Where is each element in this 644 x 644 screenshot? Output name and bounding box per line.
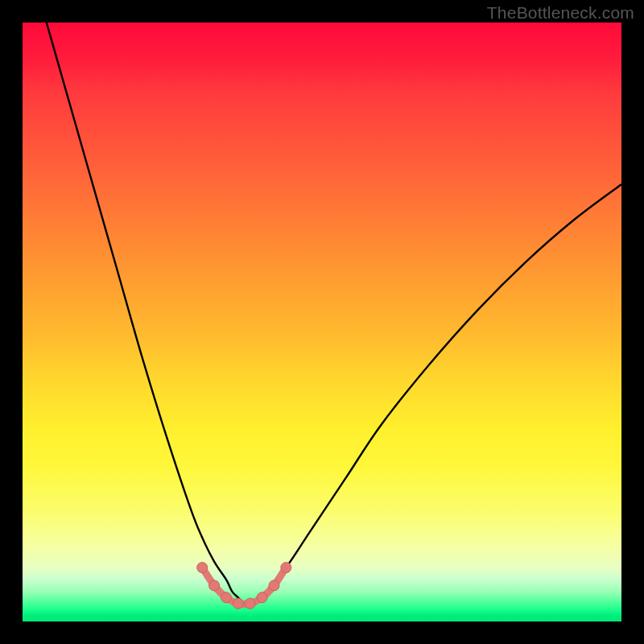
plateau-marker-dot xyxy=(233,598,243,609)
left-branch-curve xyxy=(47,23,250,605)
curve-group xyxy=(47,23,621,609)
plateau-marker-dot xyxy=(269,580,279,591)
plateau-marker-dot xyxy=(197,563,208,573)
plateau-marker-dot xyxy=(209,580,220,591)
chart-frame: TheBottleneck.com xyxy=(0,0,644,644)
plateau-marker-dot xyxy=(257,592,267,603)
plateau-marker-dot xyxy=(245,598,255,609)
plateau-marker-dot xyxy=(221,592,231,603)
plateau-marker-dot xyxy=(281,563,291,573)
curve-layer xyxy=(23,23,621,621)
plot-area xyxy=(23,23,621,621)
watermark-text: TheBottleneck.com xyxy=(487,3,634,23)
right-branch-curve xyxy=(250,184,621,605)
